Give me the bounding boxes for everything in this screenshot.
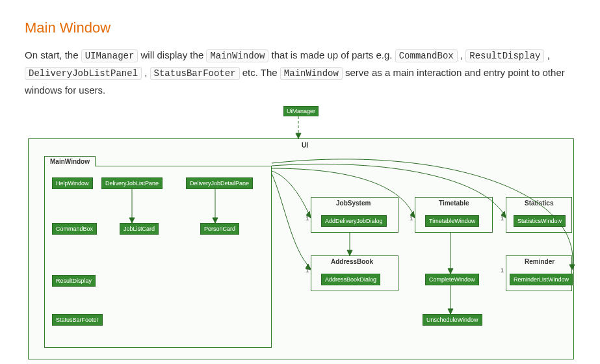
- package-addressbook-label: AddressBook: [331, 258, 373, 265]
- text: ,: [460, 49, 465, 60]
- package-statistics-label: Statistics: [525, 200, 553, 207]
- intro-paragraph: On start, the UIManager will display the…: [25, 47, 575, 98]
- multiplicity: 1: [306, 267, 309, 274]
- code-mainwindow2: MainWindow: [280, 67, 343, 80]
- package-jobsystem-label: JobSystem: [336, 200, 371, 207]
- svg-marker-1: [296, 133, 301, 138]
- code-resultdisplay: ResultDisplay: [465, 49, 544, 62]
- class-addressbookdialog: AddressBookDialog: [321, 274, 380, 285]
- class-joblistcard: JobListCard: [120, 223, 159, 235]
- class-unschedulewindow: UnscheduleWindow: [423, 314, 482, 326]
- package-ui-label: UI: [302, 142, 308, 149]
- text: ,: [547, 49, 550, 60]
- code-statusbarfooter: StatusBarFooter: [150, 67, 240, 80]
- uml-diagram: UiManager UI MainWindow HelpWindow Deliv…: [25, 106, 577, 364]
- text: will display the: [141, 49, 207, 60]
- class-deliveryjoblistpane: DeliveryJobListPane: [101, 177, 163, 189]
- text: On start, the: [25, 49, 81, 60]
- class-statisticswindow: StatisticsWindow: [514, 215, 566, 227]
- page-title: Main Window: [25, 20, 575, 36]
- class-timetablewindow: TimetableWindow: [425, 215, 479, 227]
- package-mainwindow-tab: MainWindow: [44, 156, 96, 166]
- class-completewindow: CompleteWindow: [425, 274, 479, 285]
- class-deliveryjobdetailpane: DeliveryJobDetailPane: [186, 177, 253, 189]
- class-statusbarfooter: StatusBarFooter: [52, 314, 103, 326]
- multiplicity: 1: [501, 267, 504, 274]
- class-reminderlistwindow: ReminderListWindow: [510, 274, 573, 285]
- code-mainwindow: MainWindow: [206, 49, 268, 62]
- multiplicity: 1: [410, 215, 413, 222]
- text: etc. The: [242, 67, 280, 78]
- class-resultdisplay: ResultDisplay: [52, 275, 96, 287]
- text: that is made up of parts e.g.: [272, 49, 395, 60]
- code-deliveryjoblistpanel: DeliveryJobListPanel: [25, 67, 142, 80]
- class-commandbox: CommandBox: [52, 223, 97, 235]
- class-uimanager: UiManager: [283, 106, 319, 116]
- multiplicity: 1: [306, 215, 309, 222]
- class-helpwindow: HelpWindow: [52, 177, 93, 189]
- multiplicity: 1: [501, 215, 504, 222]
- code-commandbox: CommandBox: [395, 49, 458, 62]
- code-uimanager: UIManager: [81, 49, 138, 62]
- class-personcard: PersonCard: [200, 223, 239, 235]
- text: ,: [144, 67, 150, 78]
- package-reminder-label: Reminder: [525, 258, 554, 265]
- class-adddeliveryjobdialog: AddDeliveryJobDialog: [321, 215, 387, 227]
- package-timetable-label: Timetable: [439, 200, 469, 207]
